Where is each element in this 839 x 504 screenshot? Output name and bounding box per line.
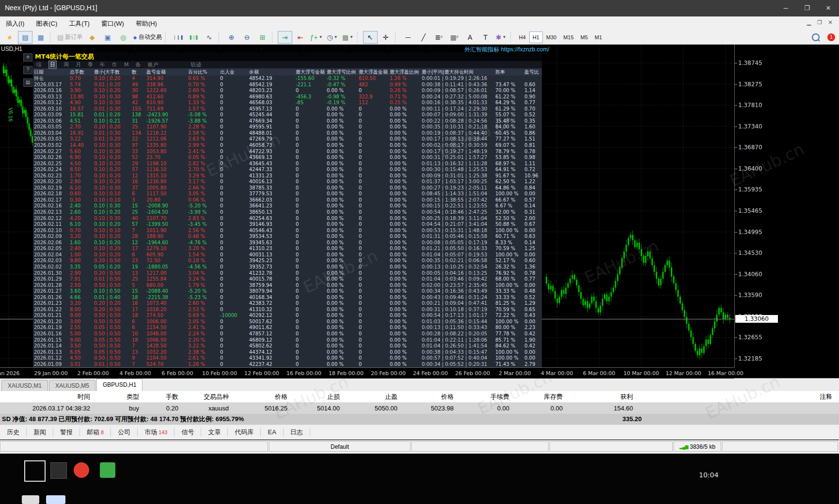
- terminal-tab-EA[interactable]: EA: [261, 428, 283, 437]
- horizontal-line-icon[interactable]: ─: [401, 31, 415, 44]
- timeframe-m1-button[interactable]: M1: [591, 32, 605, 43]
- tile-windows-icon[interactable]: ⊞: [255, 31, 270, 44]
- terminal-col-header[interactable]: 时间: [0, 391, 97, 402]
- auto-scroll-icon[interactable]: ⇥: [278, 31, 292, 44]
- cursor-icon[interactable]: ↖: [363, 31, 378, 44]
- stats-tab-M[interactable]: M: [124, 62, 129, 68]
- terminal-col-header[interactable]: 价格: [236, 391, 294, 402]
- timeframe-m15-button[interactable]: M15: [560, 32, 577, 43]
- chart-area[interactable]: USD,H1 V6.16 外汇智能指标 https://fxznzb.com/ …: [0, 45, 734, 367]
- stats-tab-巾[interactable]: 巾: [112, 61, 117, 68]
- periods-icon[interactable]: ◷▼: [325, 31, 340, 44]
- signals-icon[interactable]: ◎: [116, 31, 130, 44]
- new-order-button[interactable]: ▤新订单: [56, 31, 84, 44]
- connection-status[interactable]: ▂▄▆3836/5 kb: [674, 441, 721, 452]
- arrows-icon[interactable]: ✱▼: [494, 31, 508, 44]
- text-box-icon[interactable]: T: [478, 31, 493, 44]
- chart-tab-XAUUSD,M1[interactable]: XAUUSD,M1: [1, 380, 48, 391]
- zoom-in-icon[interactable]: ⊕: [224, 31, 239, 44]
- autotrading-button[interactable]: ●自动交易: [131, 31, 163, 44]
- timeframe-h4-button[interactable]: H4: [516, 32, 529, 43]
- search-icon[interactable]: [808, 31, 823, 44]
- chart-shift-icon[interactable]: ⇤: [293, 31, 308, 44]
- child-close-button[interactable]: ✕: [825, 19, 835, 26]
- stats-cell: 138: [131, 112, 145, 118]
- terminal-tab-信号[interactable]: 信号: [174, 428, 201, 437]
- terminal-tab-新闻[interactable]: 新闻: [27, 428, 53, 437]
- stats-tab-轨迹[interactable]: 轨迹: [191, 61, 202, 68]
- timeframe-m5-button[interactable]: M5: [577, 32, 591, 43]
- help-icon[interactable]: ?: [23, 66, 32, 74]
- open-order-row[interactable]: 2026.03.17 04:38:32buy0.20xauusd5016.255…: [0, 403, 839, 414]
- trendline-icon[interactable]: ╱: [416, 31, 431, 44]
- fibonacci-icon[interactable]: ≣F: [432, 31, 446, 44]
- terminal-tab-代码库[interactable]: 代码库: [228, 428, 261, 437]
- stats-tab-备[interactable]: 备: [136, 61, 141, 68]
- templates-icon[interactable]: ▩▼: [341, 31, 355, 44]
- terminal-col-header[interactable]: 止盈: [347, 391, 404, 402]
- notification-badge[interactable]: 1: [824, 31, 839, 44]
- terminal-tab-市场[interactable]: 市场143: [138, 428, 174, 437]
- terminal-tab-公司[interactable]: 公司: [111, 428, 138, 437]
- terminal-tab-文章[interactable]: 文章: [201, 428, 228, 437]
- maximize-button[interactable]: ❐: [796, 0, 818, 16]
- timeframe-h1-button[interactable]: H1: [529, 32, 543, 43]
- child-minimize-button[interactable]: ▁: [804, 19, 814, 26]
- chart-tab-XAUUSD,M5[interactable]: XAUUSD,M5: [49, 380, 95, 391]
- data-window-icon[interactable]: ▦: [33, 31, 48, 44]
- grid-icon[interactable]: ▦F: [447, 31, 462, 44]
- stats-tab-综[interactable]: 综: [36, 61, 42, 68]
- taskbar-app-icon-window[interactable]: [24, 460, 46, 482]
- terminal-col-header[interactable]: 库存费: [516, 391, 570, 402]
- terminal-tab-警报[interactable]: 警报: [53, 428, 80, 437]
- terminal-col-header[interactable]: 价格: [404, 391, 460, 402]
- crosshair-icon[interactable]: ✛: [379, 31, 393, 44]
- terminal-col-header[interactable]: 类型: [97, 391, 146, 402]
- stats-tab-月[interactable]: 月: [76, 61, 81, 68]
- move-tool-icon[interactable]: ✛: [23, 53, 32, 62]
- stats-tab-日[interactable]: 日: [48, 61, 57, 69]
- price-axis[interactable]: 1.387451.382751.378101.373401.368701.364…: [734, 45, 839, 367]
- terminal-col-header[interactable]: 注释: [640, 391, 839, 402]
- minimize-button[interactable]: ─: [775, 0, 796, 16]
- stats-tab-年[interactable]: 年: [100, 61, 105, 68]
- terminal-tab-历史[interactable]: 历史: [0, 428, 27, 437]
- indicators-icon[interactable]: ƒ+▼: [309, 31, 324, 44]
- child-restore-button[interactable]: ❐: [815, 19, 824, 26]
- close-button[interactable]: ✕: [818, 0, 839, 16]
- stats-cell: 33.33 %: [494, 295, 523, 301]
- panel-icon[interactable]: ▤: [23, 79, 32, 87]
- line-chart-icon[interactable]: ∿: [202, 31, 217, 44]
- taskbar-app-icon-green[interactable]: [100, 462, 115, 478]
- chart-tab-GBPUSD,H1[interactable]: GBPUSD,H1: [96, 378, 142, 391]
- taskbar-app-icon-red[interactable]: [74, 462, 89, 478]
- menu-item[interactable]: 工具(T): [63, 16, 95, 31]
- taskbar-app-icon-gray[interactable]: [50, 462, 67, 479]
- market-watch-icon[interactable]: ▤: [18, 31, 32, 44]
- indicator-link[interactable]: 外汇智能指标 https://fxznzb.com/: [464, 46, 549, 54]
- terminal-col-header[interactable]: 手数: [146, 391, 185, 402]
- bar-chart-icon[interactable]: ❘❙❚: [171, 31, 186, 44]
- menu-item[interactable]: 图表(C): [30, 16, 63, 31]
- terminal-col-header[interactable]: 手续费: [460, 391, 516, 402]
- expert-advisors-icon[interactable]: ◆: [85, 31, 99, 44]
- candlestick-chart-icon[interactable]: ❚▯❚: [187, 31, 201, 44]
- menu-item[interactable]: 窗口(W): [95, 16, 130, 31]
- terminal-tab-邮箱[interactable]: 邮箱8: [80, 428, 111, 437]
- new-chart-profiles-icon[interactable]: ★: [2, 31, 17, 44]
- scripts-icon[interactable]: ▣: [100, 31, 115, 44]
- terminal-col-header[interactable]: 获利: [570, 391, 640, 402]
- zoom-out-icon[interactable]: ⊖: [240, 31, 254, 44]
- terminal-col-header[interactable]: 止损: [294, 391, 347, 402]
- time-axis[interactable]: an 202629 Jan 00:002 Feb 00:004 Feb 00:0…: [0, 367, 734, 378]
- menu-item[interactable]: 插入(I): [0, 16, 30, 31]
- stats-tab-季[interactable]: 季: [88, 61, 93, 68]
- profile-selector[interactable]: Default: [269, 441, 411, 452]
- stats-tab-账户[interactable]: 账户: [148, 61, 158, 68]
- timeframe-m30-button[interactable]: M30: [543, 32, 560, 43]
- stats-tab-周[interactable]: 周: [63, 61, 69, 68]
- terminal-col-header[interactable]: 交易品种: [185, 391, 236, 402]
- menu-item[interactable]: 帮助(H): [130, 16, 163, 31]
- terminal-tab-日志[interactable]: 日志: [284, 428, 310, 437]
- text-label-icon[interactable]: A: [463, 31, 477, 44]
